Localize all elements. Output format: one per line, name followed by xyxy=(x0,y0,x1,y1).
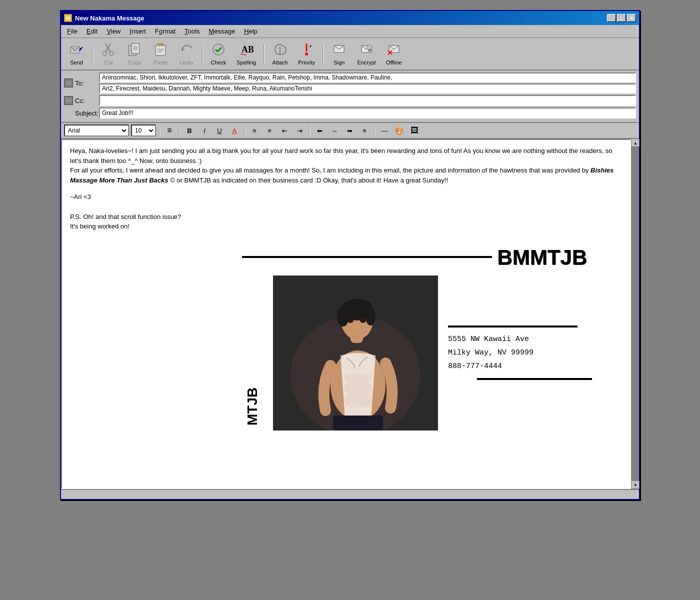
menu-edit[interactable]: Edit xyxy=(82,26,102,36)
menu-file[interactable]: File xyxy=(63,26,82,36)
toolbar-sep-1 xyxy=(92,44,93,64)
subject-row: Subject: xyxy=(64,108,636,118)
send-button[interactable]: Send xyxy=(64,40,89,68)
priority-icon xyxy=(300,42,314,58)
cut-icon xyxy=(102,42,116,58)
menu-help[interactable]: Help xyxy=(240,26,262,36)
align-left-button[interactable]: ⬅ xyxy=(313,124,326,136)
bcard-line-bot xyxy=(477,378,592,380)
paste-button[interactable]: Paste xyxy=(148,40,173,68)
scroll-up-button[interactable]: ▲ xyxy=(632,139,640,147)
undo-icon xyxy=(180,42,194,58)
ps-line1: P.S. Oh! and that scroll function issue? xyxy=(70,212,622,222)
to-icon: To xyxy=(64,78,73,88)
minimize-button[interactable]: _ xyxy=(607,14,616,22)
title-buttons: _ □ ✕ xyxy=(607,14,636,22)
close-button[interactable]: ✕ xyxy=(627,14,636,22)
subject-input[interactable] xyxy=(99,108,636,118)
menu-view[interactable]: View xyxy=(102,26,124,36)
svg-point-17 xyxy=(213,44,224,55)
format-sep-3 xyxy=(244,125,245,136)
svg-rect-46 xyxy=(333,416,383,430)
format-sep-2 xyxy=(179,125,180,136)
cc-label: Cc Cc: xyxy=(64,96,99,105)
font-color-button[interactable]: A xyxy=(228,124,241,136)
check-icon xyxy=(212,42,226,58)
subject-label: Subject: xyxy=(64,110,99,117)
menu-format[interactable]: Format xyxy=(151,26,180,36)
menu-message[interactable]: Message xyxy=(204,26,239,36)
maximize-button[interactable]: □ xyxy=(617,14,626,22)
to-row: To To: xyxy=(64,72,636,94)
align-justify-button[interactable]: ≡ xyxy=(358,124,371,136)
to-label: To To: xyxy=(64,78,99,88)
address-area: To To: Cc Cc: Subject: xyxy=(61,70,639,122)
bcard-line-top xyxy=(242,256,492,258)
toolbar-sep-3 xyxy=(264,44,264,64)
cut-button[interactable]: Cut xyxy=(96,40,121,68)
menu-tools[interactable]: Tools xyxy=(180,26,204,36)
cc-row: Cc Cc: xyxy=(64,95,636,106)
font-select[interactable]: Arial xyxy=(64,124,129,136)
window-title: New Nakama Message xyxy=(75,14,144,22)
bold-button[interactable]: B xyxy=(183,124,196,136)
encrypt-button[interactable]: Encrypt xyxy=(352,40,380,68)
bcard-right: 5555 NW Kawaii Ave Milky Way, NV 99999 8… xyxy=(448,276,592,430)
svg-point-19 xyxy=(305,52,308,56)
cc-input[interactable] xyxy=(99,95,636,106)
cc-icon: Cc xyxy=(64,96,73,105)
to-input-line2[interactable] xyxy=(99,84,636,94)
paste-icon xyxy=(154,42,168,58)
sign-button[interactable]: Sign xyxy=(326,40,352,68)
indent-right-button[interactable]: ⇥ xyxy=(293,124,306,136)
list-ordered-button[interactable]: ≡ xyxy=(263,124,276,136)
offline-button[interactable]: Offline xyxy=(382,40,406,68)
bcard-logo-text: BMMTJB xyxy=(497,242,587,273)
scroll-track[interactable] xyxy=(632,147,639,481)
menu-insert[interactable]: Insert xyxy=(126,26,150,36)
ps-line2: It's being worked on! xyxy=(70,222,622,232)
svg-point-43 xyxy=(366,308,376,326)
bcard-side-text: MTJB xyxy=(242,276,263,430)
size-select[interactable]: 10 xyxy=(131,124,156,136)
send-icon xyxy=(70,42,84,58)
indent-decrease-button[interactable]: ≡ xyxy=(163,124,176,136)
indent-left-button[interactable]: ⇤ xyxy=(278,124,291,136)
align-center-button[interactable]: ↔ xyxy=(328,124,341,136)
svg-point-44 xyxy=(348,318,354,323)
ps-section: P.S. Oh! and that scroll function issue?… xyxy=(70,212,622,232)
copy-button[interactable]: Copy xyxy=(122,40,147,68)
horizontal-rule-button[interactable]: — xyxy=(378,124,391,136)
compose-wrapper: Heya, Naka-lovelies~! I am just sending … xyxy=(61,139,639,489)
spelling-button[interactable]: ABC Spelling xyxy=(232,40,260,68)
undo-button[interactable]: Undo xyxy=(174,40,199,68)
attach-icon xyxy=(273,42,287,58)
compose-content[interactable]: Heya, Naka-lovelies~! I am just sending … xyxy=(61,139,631,489)
format-sep-4 xyxy=(309,125,310,136)
scrollbar-right: ▲ ▼ xyxy=(631,139,639,489)
align-right-button[interactable]: ➡ xyxy=(343,124,356,136)
bcard-image xyxy=(273,276,438,430)
check-button[interactable]: Check xyxy=(206,40,231,68)
spelling-icon: ABC xyxy=(240,42,254,58)
copy-icon xyxy=(128,42,142,58)
offline-icon xyxy=(387,42,401,58)
insert-image-button[interactable]: 🖼 xyxy=(408,124,421,136)
attach-button[interactable]: Attach xyxy=(268,40,292,68)
bcard-address: 5555 NW Kawaii Ave Milky Way, NV 99999 8… xyxy=(448,332,592,373)
background-color-button[interactable]: 🎨 xyxy=(393,124,406,136)
menu-bar: File Edit View Insert Format Tools Messa… xyxy=(61,25,639,38)
svg-text:ABC: ABC xyxy=(242,44,254,54)
priority-button[interactable]: Priority xyxy=(294,40,320,68)
bcard-image-row: MTJB xyxy=(242,276,592,430)
status-bar xyxy=(61,489,639,499)
italic-button[interactable]: I xyxy=(198,124,211,136)
to-input-line1[interactable] xyxy=(99,72,636,82)
scroll-down-button[interactable]: ▼ xyxy=(632,481,640,489)
svg-marker-1 xyxy=(80,46,84,52)
main-window: ✉ New Nakama Message _ □ ✕ File Edit Vie… xyxy=(60,10,640,500)
underline-button[interactable]: U xyxy=(213,124,226,136)
svg-point-45 xyxy=(360,318,366,323)
format-sep-5 xyxy=(374,125,375,136)
list-unordered-button[interactable]: ≡ xyxy=(248,124,261,136)
